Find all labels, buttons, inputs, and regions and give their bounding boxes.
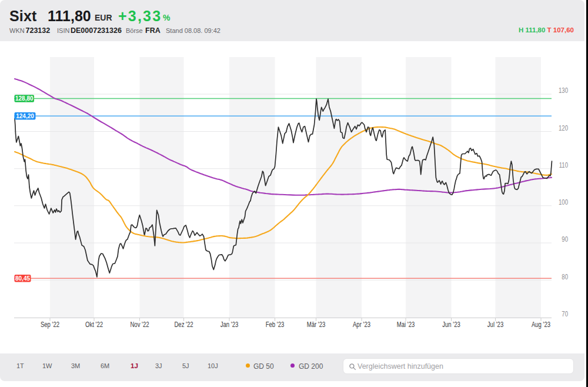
svg-text:Sep '22: Sep '22 [41,321,59,328]
svg-text:80: 80 [562,273,568,281]
svg-text:80,45: 80,45 [15,275,30,282]
svg-text:Nov '22: Nov '22 [130,321,149,328]
svg-text:Mai '23: Mai '23 [397,321,415,328]
svg-text:128,80: 128,80 [15,95,34,102]
svg-text:Apr '23: Apr '23 [353,321,370,328]
svg-text:Mär '23: Mär '23 [307,321,326,328]
svg-text:90: 90 [562,235,568,243]
svg-text:100: 100 [559,198,568,206]
svg-text:124,20: 124,20 [16,113,34,119]
svg-text:Aug '23: Aug '23 [532,321,550,328]
svg-text:Feb '23: Feb '23 [266,321,285,328]
svg-text:Okt '22: Okt '22 [85,321,103,328]
svg-text:Jun '23: Jun '23 [442,321,460,328]
svg-text:Dez '22: Dez '22 [174,321,193,328]
svg-text:130: 130 [559,86,568,94]
svg-text:Jul '23: Jul '23 [487,321,503,328]
svg-text:110: 110 [559,161,568,169]
svg-text:70: 70 [562,310,568,318]
svg-text:120: 120 [559,124,568,132]
svg-text:Jan '23: Jan '23 [220,321,239,328]
